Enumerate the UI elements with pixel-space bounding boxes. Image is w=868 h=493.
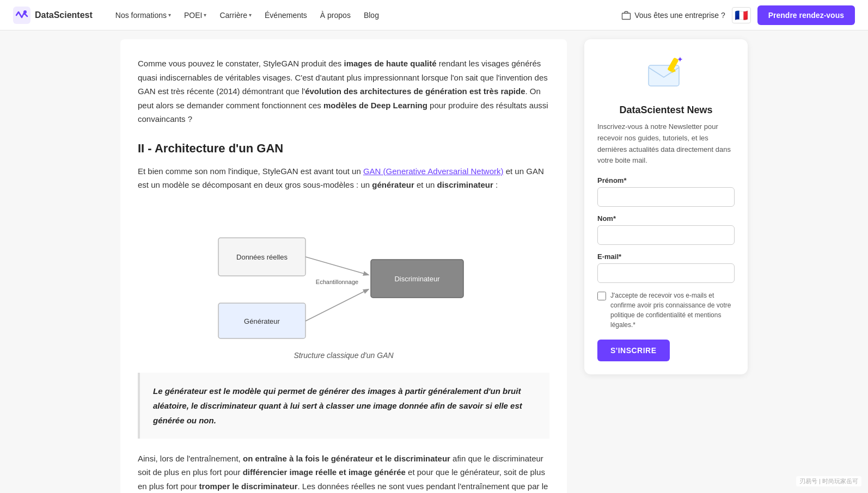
watermark: 刃易号 | 时尚玩家岳可 — [796, 476, 861, 486]
checkbox-row: J'accepte de recevoir vos e-mails et con… — [597, 291, 735, 330]
logo-icon — [13, 7, 30, 24]
diagram-container: Données réelles Générateur Discriminateu… — [138, 205, 549, 360]
chevron-down-icon: ▾ — [249, 12, 252, 18]
gan-link[interactable]: GAN (Generative Adversarial Network) — [363, 167, 504, 176]
gan-diagram: Données réelles Générateur Discriminateu… — [202, 205, 485, 347]
submit-button[interactable]: S'INSCRIRE — [597, 340, 670, 361]
article-intro: Comme vous pouvez le constater, StyleGAN… — [138, 57, 549, 126]
article-body: Comme vous pouvez le constater, StyleGAN… — [120, 39, 567, 493]
newsletter-title: DataScientest News — [597, 104, 735, 116]
article-paragraph-2: Ainsi, lors de l'entraînement, on entraî… — [138, 452, 549, 494]
nav-nos-formations[interactable]: Nos formations ▾ — [110, 8, 176, 23]
nom-label: Nom* — [597, 214, 735, 223]
svg-text:Générateur: Générateur — [244, 317, 280, 325]
navbar: DataScientest Nos formations ▾ POEI ▾ Ca… — [0, 0, 868, 30]
newsletter-icon: ✦ — [644, 52, 688, 96]
nav-evenements[interactable]: Événements — [259, 8, 313, 23]
svg-line-11 — [305, 289, 368, 321]
section-text-1: Et bien comme son nom l'indique, StyleGA… — [138, 164, 549, 192]
blockquote: Le générateur est le modèle qui permet d… — [138, 373, 549, 439]
chevron-down-icon: ▾ — [168, 12, 171, 18]
nav-apropos[interactable]: À propos — [315, 8, 356, 23]
building-icon — [621, 10, 631, 20]
svg-text:Données réelles: Données réelles — [236, 253, 288, 261]
svg-rect-2 — [622, 13, 631, 19]
svg-text:✦: ✦ — [677, 55, 683, 64]
newsletter-card: ✦ DataScientest News Inscrivez-vous à no… — [584, 39, 748, 374]
consent-label: J'accepte de recevoir vos e-mails et con… — [610, 291, 735, 330]
nav-blog[interactable]: Blog — [358, 8, 384, 23]
svg-text:Discriminateur: Discriminateur — [394, 275, 440, 283]
page-wrapper: Comme vous pouvez le constater, StyleGAN… — [107, 0, 761, 493]
nav-carriere[interactable]: Carrière ▾ — [214, 8, 257, 23]
nom-input[interactable] — [597, 225, 735, 245]
enterprise-link[interactable]: Vous êtes une entreprise ? — [621, 10, 725, 20]
main-content: Comme vous pouvez le constater, StyleGAN… — [120, 39, 567, 493]
nav-links: Nos formations ▾ POEI ▾ Carrière ▾ Événe… — [110, 8, 617, 23]
chevron-down-icon: ▾ — [204, 12, 206, 18]
nav-poei[interactable]: POEI ▾ — [179, 8, 212, 23]
svg-rect-13 — [649, 65, 679, 86]
logo[interactable]: DataScientest — [13, 7, 93, 24]
section-heading: II - Architecture d'un GAN — [138, 141, 549, 156]
email-label: E-mail* — [597, 252, 735, 261]
cta-button[interactable]: Prendre rendez-vous — [757, 5, 855, 25]
logo-text: DataScientest — [35, 10, 93, 20]
nav-right: Vous êtes une entreprise ? 🇫🇷 Prendre re… — [621, 5, 855, 25]
language-selector[interactable]: 🇫🇷 — [732, 7, 751, 23]
prenom-label: Prénom* — [597, 176, 735, 184]
svg-line-10 — [305, 257, 368, 275]
svg-text:Echantillonnage: Echantillonnage — [316, 279, 358, 285]
prenom-input[interactable] — [597, 187, 735, 207]
sidebar: ✦ DataScientest News Inscrivez-vous à no… — [584, 39, 748, 493]
diagram-caption: Structure classique d'un GAN — [294, 351, 393, 360]
svg-point-1 — [23, 10, 27, 14]
newsletter-desc: Inscrivez-vous à notre Newsletter pour r… — [597, 121, 735, 167]
newsletter-icon-area: ✦ — [597, 52, 735, 96]
consent-checkbox[interactable] — [597, 292, 606, 300]
email-input[interactable] — [597, 263, 735, 283]
